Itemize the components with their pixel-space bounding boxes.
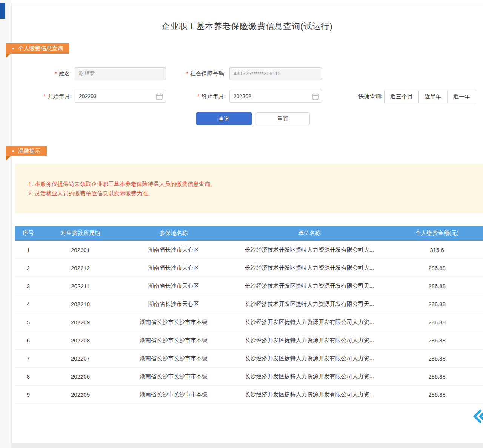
start-month-input[interactable] [75,90,166,103]
table-header-row: 序号对应费款所属期参保地名称单位名称个人缴费金额(元) [15,226,483,241]
calendar-icon[interactable] [155,92,163,100]
required-mark: * [197,93,199,99]
section-badge-label: 个人缴费信息查询 [18,45,63,52]
table-row: 7202207湖南省长沙市长沙市市本级长沙经济开发区捷特人力资源开发有限公司人力… [15,349,483,367]
column-header: 序号 [15,226,42,241]
column-header: 个人缴费金额(元) [391,226,483,241]
left-blue-block [0,3,5,19]
chevron-double-left-icon[interactable] [471,408,483,425]
table-row: 6202208湖南省长沙市长沙市市本级长沙经济开发区捷特人力资源开发有限公司人力… [15,331,483,349]
table-cell: 202209 [42,313,119,331]
page-title: 企业职工基本养老保险缴费信息查询(试运行) [11,21,483,32]
table-cell: 286.88 [391,295,483,313]
column-header: 单位名称 [228,226,391,241]
table-row: 5202209湖南省长沙市长沙市市本级长沙经济开发区捷特人力资源开发有限公司人力… [15,313,483,331]
table-cell: 315.6 [391,241,483,259]
table-cell: 202207 [42,349,119,367]
table-cell: 202211 [42,277,119,295]
table-cell: 7 [15,349,42,367]
ssn-input[interactable] [229,67,322,80]
tips-line: 1. 本服务仅提供尚未领取企业职工基本养老保险待遇人员的缴费信息查询。 [28,179,483,189]
table-cell: 202301 [42,241,119,259]
table-cell: 4 [15,295,42,313]
quick-btn-last-half-year[interactable]: 近半年 [418,90,448,103]
name-label: *姓名: [30,67,72,80]
table-row: 4202210湖南省长沙市天心区长沙经济技术开发区捷特人力资源开发有限公司天..… [15,295,483,313]
quick-btn-last-year[interactable]: 近一年 [447,90,476,103]
table-cell: 湖南省长沙市长沙市市本级 [119,313,228,331]
table-row: 2202212湖南省长沙市天心区长沙经济技术开发区捷特人力资源开发有限公司天..… [15,259,483,277]
required-mark: * [43,93,45,99]
table-cell: 1 [15,241,42,259]
table-cell: 湖南省长沙市长沙市市本级 [119,331,228,349]
table-cell: 湖南省长沙市长沙市市本级 [119,385,228,404]
quick-query-group: 近三个月 近半年 近一年 [384,90,476,103]
table-cell: 长沙经济开发区捷特人力资源开发有限公司人力资... [228,367,391,385]
table-row: 1202301湖南省长沙市天心区长沙经济技术开发区捷特人力资源开发有限公司天..… [15,241,483,259]
tips-notice-box: 1. 本服务仅提供尚未领取企业职工基本养老保险待遇人员的缴费信息查询。 2. 灵… [15,164,483,213]
table-cell: 长沙经济技术开发区捷特人力资源开发有限公司天... [228,277,391,295]
table-cell: 286.88 [391,385,483,404]
table-cell: 286.88 [391,277,483,295]
end-month-label: *终止年月: [166,90,226,103]
table-cell: 长沙经济技术开发区捷特人力资源开发有限公司天... [228,295,391,313]
table-cell: 长沙经济开发区捷特人力资源开发有限公司人力资... [228,349,391,367]
table-cell: 8 [15,367,42,385]
table-cell: 286.88 [391,313,483,331]
ssn-label: *社会保障号码: [166,67,226,80]
table-cell: 湖南省长沙市天心区 [119,295,228,313]
table-cell: 长沙经济开发区捷特人力资源开发有限公司人力资... [228,313,391,331]
table-cell: 286.88 [391,259,483,277]
table-cell: 湖南省长沙市天心区 [119,241,228,259]
section-badge-label: 温馨提示 [18,147,41,155]
table-cell: 长沙经济技术开发区捷特人力资源开发有限公司天... [228,259,391,277]
table-cell: 6 [15,331,42,349]
query-button[interactable]: 查询 [196,112,252,125]
table-cell: 长沙经济技术开发区捷特人力资源开发有限公司天... [228,241,391,259]
table-cell: 2 [15,259,42,277]
end-month-input[interactable] [229,90,322,103]
table-cell: 湖南省长沙市天心区 [119,277,228,295]
payment-records-table: 序号对应费款所属期参保地名称单位名称个人缴费金额(元) 1202301湖南省长沙… [15,226,483,404]
bottom-strip [11,443,483,448]
table-cell: 湖南省长沙市天心区 [119,259,228,277]
required-mark: * [186,71,188,77]
table-cell: 202212 [42,259,119,277]
column-header: 参保地名称 [119,226,228,241]
table-cell: 长沙经济开发区捷特人力资源开发有限公司人力资... [228,385,391,404]
table-cell: 286.88 [391,349,483,367]
calendar-icon[interactable] [312,92,319,100]
pension-query-page: { "page": { "title": "企业职工基本养老保险缴费信息查询(试… [0,0,483,448]
section-badge-personal-payment-query: • 个人缴费信息查询 [6,43,69,54]
table-cell: 9 [15,385,42,404]
table-cell: 湖南省长沙市长沙市市本级 [119,349,228,367]
table-cell: 202205 [42,385,119,404]
table-cell: 202210 [42,295,119,313]
reset-button[interactable]: 重置 [256,112,310,125]
table-row: 9202205湖南省长沙市长沙市市本级长沙经济开发区捷特人力资源开发有限公司人力… [15,385,483,404]
table-cell: 202208 [42,331,119,349]
table-row: 8202206湖南省长沙市长沙市市本级长沙经济开发区捷特人力资源开发有限公司人力… [15,367,483,385]
quick-query-label: 快捷查询: [350,90,383,103]
name-input[interactable] [75,67,166,80]
table-cell: 3 [15,277,42,295]
badge-bullet-icon: • [12,46,14,52]
start-month-label: *开始年月: [30,90,72,103]
table-cell: 长沙经济开发区捷特人力资源开发有限公司人力资... [228,331,391,349]
table-row: 3202211湖南省长沙市天心区长沙经济技术开发区捷特人力资源开发有限公司天..… [15,277,483,295]
required-mark: * [55,71,57,77]
table-cell: 286.88 [391,331,483,349]
quick-btn-last-3-months[interactable]: 近三个月 [384,90,419,103]
table-cell: 202206 [42,367,119,385]
tips-line: 2. 灵活就业人员的缴费单位信息以实际缴费为准。 [28,189,483,198]
table-cell: 湖南省长沙市长沙市市本级 [119,367,228,385]
badge-bullet-icon: • [12,148,14,154]
table-cell: 5 [15,313,42,331]
column-header: 对应费款所属期 [42,226,119,241]
left-rail [0,0,11,448]
section-badge-tips: • 温馨提示 [6,146,47,156]
table-cell: 286.88 [391,367,483,385]
